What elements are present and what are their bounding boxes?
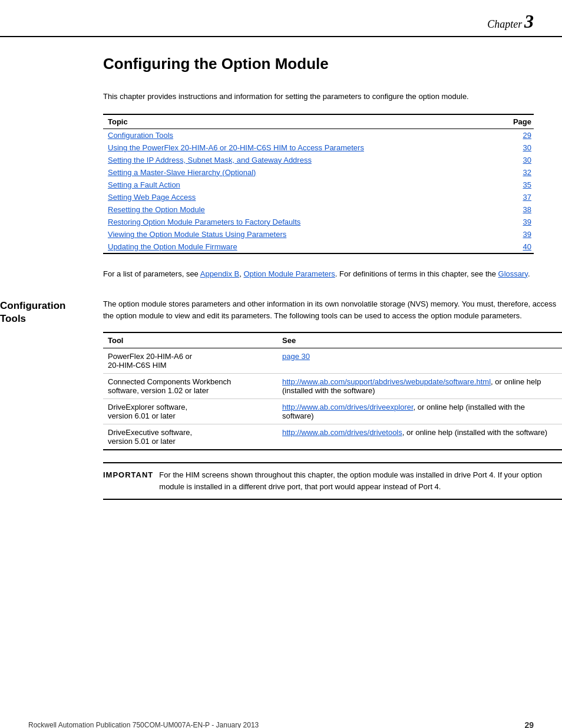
toc-link[interactable]: Updating the Option Module Firmware: [108, 242, 237, 251]
toc-row: Setting the IP Address, Subnet Mask, and…: [103, 154, 534, 166]
toc-page-link[interactable]: 37: [523, 193, 531, 202]
toc-topic-cell: Configuration Tools: [103, 129, 496, 141]
see-col-header: See: [277, 332, 562, 348]
toc-topic-cell: Setting Web Page Access: [103, 191, 496, 203]
toc-page-cell: 39: [496, 216, 534, 228]
toc-page-link[interactable]: 38: [523, 205, 531, 214]
main-wrapper: Configuring the Option Module This chapt…: [0, 37, 562, 728]
toc-page-link[interactable]: 35: [523, 180, 531, 189]
see-link[interactable]: http://www.ab.com/drives/drivetools: [282, 428, 402, 437]
toc-page-cell: 30: [496, 141, 534, 154]
toc-topic-cell: Viewing the Option Module Status Using P…: [103, 228, 496, 241]
appendix-note: For a list of parameters, see Appendix B…: [103, 268, 534, 281]
toc-page-link[interactable]: 30: [523, 143, 531, 152]
see-link[interactable]: page 30: [282, 352, 310, 361]
toc-page-cell: 39: [496, 228, 534, 241]
toc-row: Configuration Tools29: [103, 129, 534, 141]
see-cell: http://www.ab.com/drives/driveexplorer, …: [277, 399, 562, 424]
toc-link[interactable]: Using the PowerFlex 20-HIM-A6 or 20-HIM-…: [108, 143, 364, 152]
toc-topic-cell: Updating the Option Module Firmware: [103, 241, 496, 253]
config-tools-sidebar: Configuration Tools: [0, 298, 103, 500]
toc-row: Setting a Master-Slave Hierarchy (Option…: [103, 166, 534, 179]
see-cell: page 30: [277, 348, 562, 374]
toc-link[interactable]: Setting a Fault Action: [108, 180, 180, 189]
toc-page-link[interactable]: 39: [523, 230, 531, 239]
tool-table: Tool See PowerFlex 20-HIM-A6 or 20-HIM-C…: [103, 332, 562, 450]
toc-page-cell: 37: [496, 191, 534, 203]
option-module-params-link[interactable]: Option Module Parameters: [243, 269, 335, 278]
content-area: Configuring the Option Module This chapt…: [103, 37, 534, 281]
toc-table: Topic Page Configuration Tools29Using th…: [103, 114, 534, 254]
toc-page-cell: 32: [496, 166, 534, 179]
important-label: IMPORTANT: [103, 469, 159, 493]
see-cell: http://www.ab.com/support/abdrives/webup…: [277, 374, 562, 399]
toc-topic-cell: Resetting the Option Module: [103, 203, 496, 216]
toc-page-cell: 29: [496, 129, 534, 141]
toc-page-link[interactable]: 30: [523, 156, 531, 164]
intro-text: This chapter provides instructions and i…: [103, 91, 534, 103]
toc-topic-cell: Using the PowerFlex 20-HIM-A6 or 20-HIM-…: [103, 141, 496, 154]
toc-page-link[interactable]: 40: [523, 242, 531, 251]
toc-link[interactable]: Viewing the Option Module Status Using P…: [108, 230, 286, 239]
tool-row: DriveExecutive software, version 5.01 or…: [103, 424, 562, 450]
chapter-number: 3: [524, 11, 534, 32]
toc-link[interactable]: Configuration Tools: [108, 131, 173, 140]
appendix-b-link[interactable]: Appendix B: [200, 269, 240, 278]
toc-page-link[interactable]: 32: [523, 168, 531, 177]
tool-row: Connected Components Workbench software,…: [103, 374, 562, 399]
tool-row: DriveExplorer software, version 6.01 or …: [103, 399, 562, 424]
toc-link[interactable]: Setting Web Page Access: [108, 193, 196, 202]
toc-topic-cell: Setting a Master-Slave Hierarchy (Option…: [103, 166, 496, 179]
toc-col-page: Page: [496, 114, 534, 129]
toc-page-cell: 35: [496, 179, 534, 191]
toc-topic-cell: Setting the IP Address, Subnet Mask, and…: [103, 154, 496, 166]
config-tools-section: Configuration Tools The option module st…: [0, 298, 562, 500]
toc-page-link[interactable]: 39: [523, 218, 531, 226]
toc-link[interactable]: Setting a Master-Slave Hierarchy (Option…: [108, 168, 256, 177]
see-link[interactable]: http://www.ab.com/support/abdrives/webup…: [282, 377, 491, 386]
toc-col-topic: Topic: [103, 114, 496, 129]
chapter-header: Chapter 3: [0, 0, 562, 37]
toc-link[interactable]: Resetting the Option Module: [108, 205, 205, 214]
config-tools-content: The option module stores parameters and …: [103, 298, 562, 500]
config-tools-intro: The option module stores parameters and …: [103, 298, 562, 323]
toc-page-cell: 30: [496, 154, 534, 166]
tool-cell: DriveExplorer software, version 6.01 or …: [103, 399, 277, 424]
toc-row: Using the PowerFlex 20-HIM-A6 or 20-HIM-…: [103, 141, 534, 154]
tool-col-header: Tool: [103, 332, 277, 348]
toc-link[interactable]: Setting the IP Address, Subnet Mask, and…: [108, 156, 312, 164]
tool-row: PowerFlex 20-HIM-A6 or 20-HIM-C6S HIMpag…: [103, 348, 562, 374]
page-title: Configuring the Option Module: [103, 55, 534, 73]
page-footer: Rockwell Automation Publication 750COM-U…: [0, 720, 562, 728]
toc-page-cell: 40: [496, 241, 534, 253]
toc-row: Restoring Option Module Parameters to Fa…: [103, 216, 534, 228]
toc-page-link[interactable]: 29: [523, 131, 531, 140]
toc-link[interactable]: Restoring Option Module Parameters to Fa…: [108, 218, 300, 226]
config-tools-title: Configuration Tools: [0, 299, 91, 325]
toc-row: Setting Web Page Access37: [103, 191, 534, 203]
toc-page-cell: 38: [496, 203, 534, 216]
chapter-label: Chapter: [487, 18, 522, 30]
tool-cell: PowerFlex 20-HIM-A6 or 20-HIM-C6S HIM: [103, 348, 277, 374]
toc-topic-cell: Setting a Fault Action: [103, 179, 496, 191]
tool-cell: Connected Components Workbench software,…: [103, 374, 277, 399]
footer-publication: Rockwell Automation Publication 750COM-U…: [28, 721, 259, 728]
toc-row: Resetting the Option Module38: [103, 203, 534, 216]
glossary-link[interactable]: Glossary: [498, 269, 528, 278]
toc-topic-cell: Restoring Option Module Parameters to Fa…: [103, 216, 496, 228]
tool-cell: DriveExecutive software, version 5.01 or…: [103, 424, 277, 450]
page-container: Chapter 3 Configuring the Option Module …: [0, 0, 562, 728]
important-box: IMPORTANT For the HIM screens shown thro…: [103, 462, 562, 500]
toc-row: Viewing the Option Module Status Using P…: [103, 228, 534, 241]
toc-row: Updating the Option Module Firmware40: [103, 241, 534, 253]
see-link[interactable]: http://www.ab.com/drives/driveexplorer: [282, 403, 414, 411]
important-text: For the HIM screens shown throughout thi…: [159, 469, 562, 493]
toc-row: Setting a Fault Action35: [103, 179, 534, 191]
footer-page-number: 29: [524, 720, 534, 728]
see-cell: http://www.ab.com/drives/drivetools, or …: [277, 424, 562, 450]
